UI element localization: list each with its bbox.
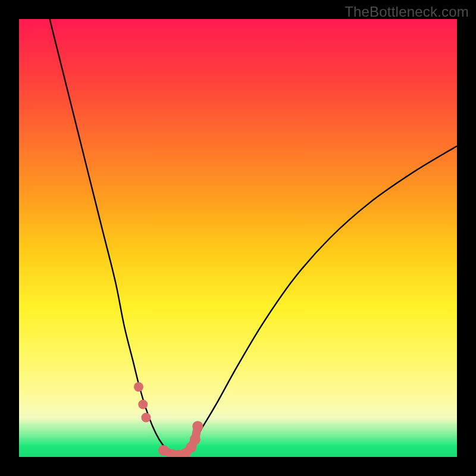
marker-dot (190, 434, 201, 445)
marker-group (134, 382, 203, 457)
chart-svg (19, 19, 457, 457)
chart-frame: TheBottleneck.com (0, 0, 476, 476)
watermark-text: TheBottleneck.com (345, 4, 469, 20)
plot-area (19, 19, 457, 457)
left-curve (50, 19, 179, 457)
marker-dot (134, 382, 143, 392)
curve-group (50, 19, 457, 457)
marker-dot (141, 413, 151, 422)
marker-dot (192, 421, 203, 431)
right-curve (179, 146, 457, 457)
marker-dot (138, 400, 148, 409)
